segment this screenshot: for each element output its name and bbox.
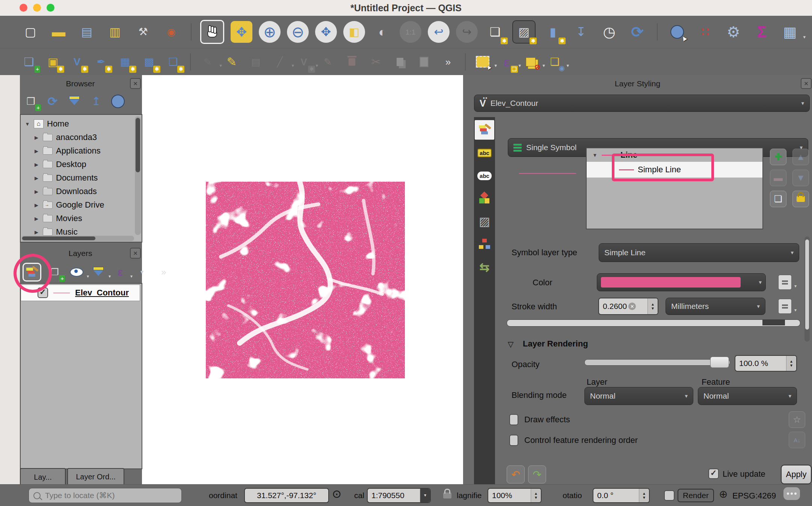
scale-lock-icon[interactable] bbox=[443, 492, 451, 498]
tab-style-manager-icon[interactable] bbox=[475, 235, 494, 254]
zoom-out-icon[interactable]: ⊖ bbox=[287, 21, 309, 43]
layers-close-icon[interactable]: ✕ bbox=[130, 248, 141, 259]
browser-refresh-icon[interactable]: ⟳ bbox=[44, 93, 61, 110]
open-attribute-table-icon[interactable]: ▦▾ bbox=[779, 21, 801, 43]
zoom-full-extent-icon[interactable]: ✥ bbox=[315, 21, 337, 43]
browser-item-documents[interactable]: ▶Documents bbox=[21, 171, 142, 185]
select-by-expression-icon[interactable]: ε❑▾ bbox=[497, 53, 516, 71]
dropdown-caret-icon[interactable]: ▾ bbox=[803, 34, 806, 40]
render-checkbox[interactable] bbox=[664, 490, 675, 501]
styling-vscrollbar[interactable] bbox=[804, 236, 810, 342]
tab-3d-view-icon[interactable] bbox=[475, 189, 494, 208]
style-manager-icon[interactable]: ◉ bbox=[160, 21, 182, 43]
expand-caret-icon[interactable]: ▶ bbox=[33, 135, 39, 140]
expand-caret-icon[interactable]: ▶ bbox=[33, 202, 39, 208]
effects-options-button[interactable]: ☆ bbox=[789, 411, 805, 428]
show-layout-manager-icon[interactable]: ⚒ bbox=[132, 21, 154, 43]
zoom-in-icon[interactable]: ⊕ bbox=[259, 21, 281, 43]
expand-caret-icon[interactable]: ▶ bbox=[33, 148, 39, 154]
toolbar2-overflow-icon[interactable]: » bbox=[439, 53, 457, 71]
minimize-traffic-light[interactable] bbox=[33, 4, 41, 12]
pan-to-selection-icon[interactable]: ✥ bbox=[231, 21, 252, 43]
apply-button[interactable]: Apply bbox=[781, 465, 812, 484]
browser-filter-icon[interactable] bbox=[66, 93, 83, 110]
deselect-features-icon[interactable]: ▾ bbox=[521, 53, 540, 71]
scale-dropdown-icon[interactable]: ▾ bbox=[420, 489, 430, 502]
globe-icon[interactable]: ⊕ bbox=[719, 488, 727, 500]
stroke-width-input[interactable]: 0.2600 ✕ ▲▼ bbox=[598, 298, 658, 315]
new-spatial-bookmark-icon[interactable]: ▮✱ bbox=[542, 21, 564, 43]
duplicate-symbol-layer-button[interactable]: ❏ bbox=[770, 191, 786, 207]
color-select[interactable]: ▾ bbox=[597, 273, 766, 291]
statistical-summary-icon[interactable]: Σ bbox=[751, 21, 773, 43]
new-print-layout-icon[interactable]: ▥ bbox=[104, 21, 126, 43]
browser-item-movies[interactable]: ▶Movies bbox=[21, 212, 142, 225]
opacity-input[interactable]: 100.0 % ▲▼ bbox=[735, 355, 797, 372]
dropdown-caret-icon[interactable]: ▾ bbox=[291, 63, 294, 68]
open-data-source-manager-icon[interactable]: ❏+ bbox=[20, 53, 38, 71]
measure-line-icon[interactable]: ▭▾ bbox=[807, 21, 812, 43]
filter-legend-icon[interactable]: ▾ bbox=[90, 264, 107, 280]
add-symbol-layer-button[interactable]: ✚ bbox=[770, 149, 786, 165]
magnifier-input[interactable]: 100% ▲▼ bbox=[488, 488, 542, 503]
expand-caret-icon[interactable]: ▶ bbox=[33, 229, 39, 235]
open-project-icon[interactable]: ▬ bbox=[48, 21, 69, 43]
show-spatial-bookmarks-icon[interactable]: ↧ bbox=[570, 21, 592, 43]
browser-item-google-drive[interactable]: ▶Google Drive bbox=[21, 198, 142, 212]
browser-item-home[interactable]: ▼⌂Home bbox=[21, 117, 142, 131]
styling-undo-button[interactable]: ↶ bbox=[507, 465, 525, 483]
opacity-stepper[interactable]: ▲▼ bbox=[786, 356, 796, 371]
new-map-view-icon[interactable]: ❏✱ bbox=[484, 21, 506, 43]
zoom-to-selection-icon[interactable]: ◐ bbox=[371, 21, 393, 43]
dropdown-caret-icon[interactable]: ▾ bbox=[566, 63, 569, 68]
dropdown-caret-icon[interactable]: ▾ bbox=[130, 274, 133, 279]
crs-label[interactable]: EPSG:4269 bbox=[732, 491, 776, 501]
maximize-traffic-light[interactable] bbox=[47, 4, 54, 12]
toggle-editing-icon[interactable]: ✎ bbox=[222, 53, 241, 71]
stroke-width-stepper[interactable]: ▲▼ bbox=[647, 298, 658, 314]
browser-item-downloads[interactable]: ▶Downloads bbox=[21, 185, 142, 198]
dropdown-caret-icon[interactable]: ▾ bbox=[315, 63, 318, 68]
rendering-order-button[interactable]: A↓ bbox=[789, 432, 805, 448]
color-data-defined-button[interactable] bbox=[778, 275, 792, 290]
rotation-stepper[interactable]: ▲▼ bbox=[639, 489, 649, 502]
browser-close-icon[interactable]: ✕ bbox=[130, 78, 141, 89]
browser-item-desktop[interactable]: ▶Desktop bbox=[21, 158, 142, 171]
browser-vscrollbar[interactable] bbox=[135, 116, 141, 235]
dropdown-caret-icon[interactable]: ▾ bbox=[109, 274, 111, 279]
zoom-to-layer-icon[interactable]: ◧ bbox=[343, 21, 365, 43]
layer-blending-select[interactable]: Normal ▾ bbox=[584, 387, 693, 405]
layers-extra-icon[interactable]: ▾ bbox=[134, 264, 150, 280]
coordinate-display-toggle-icon[interactable]: ⊙ bbox=[332, 487, 341, 500]
browser-add-favorite-icon[interactable]: ❒+ bbox=[23, 93, 39, 110]
stroke-data-defined-button[interactable] bbox=[778, 299, 792, 314]
expand-caret-icon[interactable]: ▶ bbox=[33, 175, 39, 181]
close-traffic-light[interactable] bbox=[20, 4, 27, 12]
styling-hscrollbar[interactable] bbox=[507, 319, 800, 327]
new-geopackage-layer-icon[interactable]: ▣✱ bbox=[44, 53, 62, 71]
move-down-button[interactable]: ▼ bbox=[792, 170, 809, 186]
expand-caret-icon[interactable]: ▶ bbox=[33, 189, 39, 194]
remove-symbol-layer-button[interactable]: ▬ bbox=[770, 170, 786, 186]
opacity-slider-handle[interactable] bbox=[710, 357, 729, 368]
clear-icon[interactable]: ✕ bbox=[628, 303, 636, 310]
scale-select[interactable]: 1:790550 ▾ bbox=[367, 488, 431, 503]
browser-collapse-all-icon[interactable]: ↥ bbox=[88, 93, 104, 110]
new-mesh-layer-icon[interactable]: ▦✱ bbox=[116, 53, 134, 71]
styling-layer-select[interactable]: V Elev_Contour ▾ bbox=[474, 95, 810, 112]
identify-features-icon[interactable] bbox=[666, 21, 688, 43]
tab-history-icon[interactable]: ⇆ bbox=[475, 258, 494, 277]
select-by-location-icon[interactable]: ❑◉▾ bbox=[545, 53, 564, 71]
move-up-button[interactable]: ▲ bbox=[792, 149, 809, 165]
select-features-by-value-icon[interactable]: ∷ bbox=[694, 21, 716, 43]
collapse-caret-icon[interactable]: ▼ bbox=[592, 152, 598, 158]
new-shapefile-layer-icon[interactable]: V✱ bbox=[68, 53, 86, 71]
collapse-caret-icon[interactable]: ▼ bbox=[24, 121, 30, 127]
layers-overflow-icon[interactable]: » bbox=[155, 264, 172, 280]
new-project-icon[interactable]: ▢ bbox=[20, 21, 41, 43]
tab-diagrams-icon[interactable]: ▨ bbox=[475, 212, 494, 231]
map-canvas[interactable] bbox=[142, 75, 463, 484]
dropdown-caret-icon[interactable]: ▾ bbox=[542, 63, 545, 68]
select-features-icon[interactable]: ▾ bbox=[473, 53, 492, 71]
browser-item-anaconda3[interactable]: ▶anaconda3 bbox=[21, 131, 142, 144]
